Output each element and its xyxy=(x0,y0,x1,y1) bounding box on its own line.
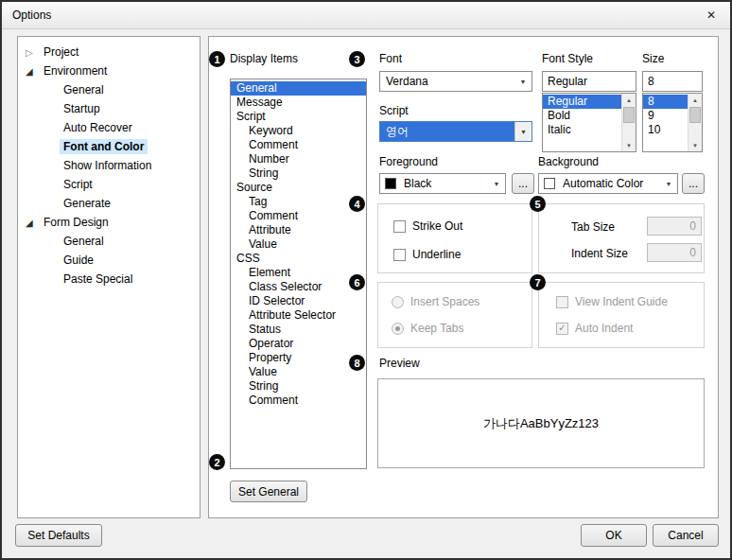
scrollbar-thumb[interactable] xyxy=(689,107,701,123)
display-item[interactable]: Operator xyxy=(231,337,366,351)
display-item[interactable]: Status xyxy=(231,323,366,337)
tree-item-label: Project xyxy=(40,44,82,60)
step-2-badge: 2 xyxy=(209,454,225,470)
foreground-select[interactable]: Black ▼ xyxy=(379,173,506,194)
font-style-scrollbar[interactable]: ▲ ▼ xyxy=(621,94,636,151)
display-item[interactable]: String xyxy=(231,379,366,394)
scroll-up-icon[interactable]: ▲ xyxy=(622,94,636,106)
tree-item-label: Auto Recover xyxy=(60,120,136,135)
size-option-selected[interactable]: 8 xyxy=(643,95,688,109)
tree-item-paste-special[interactable]: Paste Special xyxy=(60,270,136,289)
display-item[interactable]: Element xyxy=(231,266,366,280)
size-option[interactable]: 9 xyxy=(643,109,688,123)
foreground-more-button[interactable]: ... xyxy=(512,173,534,194)
tree-item-label: Show Information xyxy=(60,158,155,173)
font-select[interactable]: Verdana ▼ xyxy=(379,71,532,92)
background-more-button[interactable]: ... xyxy=(682,173,705,194)
set-general-button[interactable]: Set General xyxy=(230,481,307,502)
tree-item-general-form-design[interactable]: General xyxy=(60,232,108,251)
strike-out-checkbox[interactable]: Strike Out xyxy=(393,219,462,233)
chevron-down-icon[interactable]: ▼ xyxy=(488,174,505,193)
size-label: Size xyxy=(642,52,664,66)
tree-item-label: Script xyxy=(60,177,96,192)
tree-item-auto-recover[interactable]: Auto Recover xyxy=(60,118,136,137)
display-item[interactable]: Comment xyxy=(231,394,366,408)
chevron-down-icon[interactable]: ▼ xyxy=(514,122,532,141)
options-dialog: Options ✕ ▷ Project ◢ Environment Genera… xyxy=(0,0,732,560)
display-item[interactable]: Number xyxy=(231,152,366,166)
cancel-button[interactable]: Cancel xyxy=(653,524,719,547)
close-icon[interactable]: ✕ xyxy=(704,9,719,22)
tree-item-startup[interactable]: Startup xyxy=(60,99,104,118)
size-input[interactable] xyxy=(642,71,703,92)
display-items-list[interactable]: General Message Script Keyword Comment N… xyxy=(230,79,367,469)
font-style-option-selected[interactable]: Regular xyxy=(543,95,621,109)
indent-size-label: Indent Size xyxy=(571,247,628,261)
checkbox-box[interactable] xyxy=(393,249,406,261)
scroll-up-icon[interactable]: ▲ xyxy=(688,94,702,106)
expander-expanded-icon[interactable]: ◢ xyxy=(26,66,40,77)
display-item[interactable]: Value xyxy=(231,365,366,379)
ok-button[interactable]: OK xyxy=(581,524,647,547)
display-item[interactable]: ID Selector xyxy=(231,294,366,308)
expander-collapsed-icon[interactable]: ▷ xyxy=(26,47,40,58)
size-list[interactable]: 8 9 10 ▲ ▼ xyxy=(642,93,703,152)
step-7-badge: 7 xyxy=(530,274,546,290)
script-label: Script xyxy=(379,104,409,118)
display-item[interactable]: Comment xyxy=(231,209,366,223)
size-option[interactable]: 10 xyxy=(643,123,688,137)
tree-item-guide[interactable]: Guide xyxy=(60,251,97,270)
tab-size-input xyxy=(647,217,702,236)
display-item[interactable]: Value xyxy=(231,237,366,252)
settings-main-panel: 1 2 3 4 5 6 7 8 Display Items General Me… xyxy=(208,36,719,518)
display-item[interactable]: Script xyxy=(231,110,366,124)
radio-circle xyxy=(392,296,404,308)
whitespace-group: Insert Spaces Keep Tabs xyxy=(377,282,532,348)
chevron-down-icon[interactable]: ▼ xyxy=(514,72,532,91)
tree-item-general-environment[interactable]: General xyxy=(60,80,108,99)
background-select[interactable]: Automatic Color ▼ xyxy=(538,173,678,194)
scrollbar-thumb[interactable] xyxy=(623,107,635,123)
step-8-badge: 8 xyxy=(349,355,365,371)
font-style-option[interactable]: Italic xyxy=(543,123,621,137)
tree-item-font-and-color[interactable]: Font and Color xyxy=(60,137,148,156)
tree-item-form-design[interactable]: ◢ Form Design xyxy=(26,213,113,232)
tree-item-label: Environment xyxy=(40,63,111,79)
checkbox-box[interactable] xyxy=(393,220,406,233)
scroll-down-icon[interactable]: ▼ xyxy=(688,139,702,151)
preview-box: 가나다AaBbYyZz123 xyxy=(377,378,705,468)
checkbox-box-disabled xyxy=(556,296,568,308)
preview-sample-text: 가나다AaBbYyZz123 xyxy=(483,415,599,432)
display-item[interactable]: Class Selector xyxy=(231,280,366,294)
script-select-value: 영어 xyxy=(386,122,514,141)
size-scrollbar[interactable]: ▲ ▼ xyxy=(688,94,702,151)
display-item[interactable]: Comment xyxy=(231,138,366,152)
display-item[interactable]: Attribute xyxy=(231,223,366,237)
display-item[interactable]: Tag xyxy=(231,195,366,209)
step-4-badge: 4 xyxy=(349,196,365,212)
tree-item-project[interactable]: ▷ Project xyxy=(26,43,82,61)
display-item[interactable]: Property xyxy=(231,351,366,365)
display-item[interactable]: CSS xyxy=(231,252,366,266)
chevron-down-icon[interactable]: ▼ xyxy=(660,174,677,193)
scroll-down-icon[interactable]: ▼ xyxy=(622,139,636,151)
font-style-input[interactable] xyxy=(542,71,636,92)
font-style-option[interactable]: Bold xyxy=(543,109,621,123)
display-item[interactable]: Keyword xyxy=(231,124,366,138)
display-item[interactable]: String xyxy=(231,166,366,181)
expander-expanded-icon[interactable]: ◢ xyxy=(26,218,40,228)
tree-item-environment[interactable]: ◢ Environment xyxy=(26,61,111,80)
display-item[interactable]: Attribute Selector xyxy=(231,308,366,323)
script-select[interactable]: 영어 ▼ xyxy=(379,121,532,142)
underline-checkbox[interactable]: Underline xyxy=(393,248,461,261)
set-defaults-button[interactable]: Set Defaults xyxy=(15,524,102,547)
step-1-badge: 1 xyxy=(209,51,225,67)
tree-item-generate[interactable]: Generate xyxy=(60,194,114,213)
tree-item-show-information[interactable]: Show Information xyxy=(60,156,155,175)
display-item[interactable]: Source xyxy=(231,181,366,195)
display-item[interactable]: Message xyxy=(231,96,366,110)
font-label: Font xyxy=(379,52,402,66)
tree-item-script[interactable]: Script xyxy=(60,175,96,194)
display-item-selected[interactable]: General xyxy=(231,81,366,96)
font-style-list[interactable]: Regular Bold Italic ▲ ▼ xyxy=(542,93,636,152)
